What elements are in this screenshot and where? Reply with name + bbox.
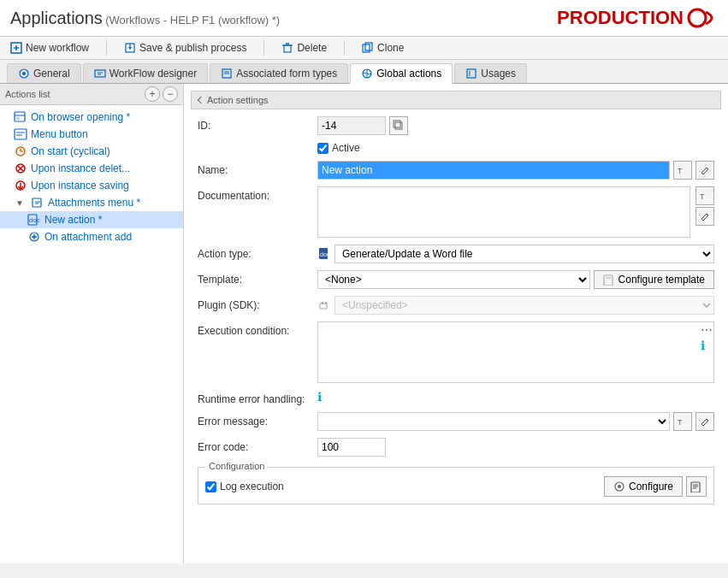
tab-usages[interactable]: Usages [454, 63, 527, 83]
exec-dots-icon[interactable]: ⋯ [701, 323, 713, 337]
svg-rect-57 [604, 275, 613, 286]
svg-text:doc: doc [320, 251, 330, 257]
runtime-error-label: Runtime error handling: [198, 390, 317, 405]
svg-text:T: T [678, 418, 683, 427]
translate-icon: T [678, 165, 688, 175]
documentation-buttons: T [695, 186, 714, 226]
template-label: Template: [198, 270, 317, 286]
tab-global-actions[interactable]: Global actions [350, 63, 453, 84]
tree-item-label: Upon instance saving [31, 180, 129, 192]
attachment-add-icon [27, 230, 41, 244]
toolbar-sep-2 [263, 40, 264, 56]
settings-collapse-icon[interactable] [198, 97, 204, 103]
new-workflow-icon [10, 42, 22, 54]
tree-item-upon-instance-saving[interactable]: Upon instance saving [0, 177, 183, 194]
new-action-icon: doc [27, 213, 41, 227]
tree-item-on-attachment-add[interactable]: On attachment add [0, 228, 183, 245]
error-code-control [317, 438, 714, 457]
action-type-select[interactable]: Generate/Update a Word file [334, 245, 714, 263]
name-input[interactable] [317, 161, 670, 180]
exec-info-icon[interactable]: ℹ [701, 339, 713, 352]
documentation-btn-2[interactable] [695, 207, 714, 226]
svg-rect-29 [15, 129, 27, 139]
remove-action-button[interactable]: − [163, 86, 178, 102]
workflow-tab-icon [94, 68, 106, 80]
actions-panel: Actions list + − On browser opening * [0, 84, 184, 563]
form-types-tab-icon [221, 68, 233, 80]
error-msg-icon-2 [700, 416, 710, 427]
svg-point-13 [22, 72, 26, 75]
app-header: Applications (Workflows - HELP F1 (workf… [0, 0, 728, 37]
general-tab-icon [18, 68, 30, 80]
production-badge: PRODUCTION [557, 5, 718, 31]
id-row: ID: [198, 116, 714, 135]
attachments-icon [31, 196, 44, 209]
tab-general[interactable]: General [7, 63, 81, 83]
log-execution-checkbox[interactable] [205, 481, 216, 492]
menu-button-icon [14, 127, 27, 141]
tabs-bar: General WorkFlow designer Associated for… [0, 60, 728, 84]
configure-extra-btn[interactable] [686, 476, 707, 497]
global-actions-tab-icon [361, 68, 373, 80]
save-publish-button[interactable]: Save & publish process [121, 40, 250, 56]
documentation-textarea[interactable] [317, 186, 690, 238]
name-extra-btn-2[interactable] [695, 161, 714, 180]
active-checkbox[interactable] [317, 143, 328, 154]
tree-item-upon-instance-delet[interactable]: Upon instance delet... [0, 160, 183, 177]
action-type-row: Action type: doc Generate/Update a Word … [198, 245, 714, 263]
documentation-btn-1[interactable]: T [695, 186, 714, 205]
name-extra-btn-1[interactable]: T [673, 161, 692, 180]
svg-rect-61 [325, 302, 327, 304]
error-code-input[interactable] [317, 438, 386, 457]
tree-item-new-action[interactable]: doc New action * [0, 211, 183, 228]
error-message-btn-2[interactable] [695, 412, 714, 431]
toolbar-sep-3 [344, 40, 345, 56]
configure-template-button[interactable]: Configure template [594, 270, 714, 289]
tree-item-on-start[interactable]: On start (cyclical) [0, 143, 183, 160]
plugin-label: Plugin (SDK): [198, 296, 317, 311]
name-label: Name: [198, 161, 317, 176]
active-label-spacer [198, 142, 317, 145]
new-workflow-button[interactable]: New workflow [7, 40, 92, 56]
name-control: T [317, 161, 714, 180]
error-message-btn-1[interactable]: T [673, 412, 692, 431]
execution-condition-row: Execution condition: ⋯ ℹ [198, 321, 714, 383]
id-label: ID: [198, 116, 317, 132]
expand-icon: ▼ [14, 196, 27, 209]
svg-rect-43 [33, 198, 41, 207]
error-msg-icon-1: T [678, 416, 688, 427]
add-action-button[interactable]: + [145, 86, 160, 102]
configure-extra-icon [690, 481, 702, 492]
configure-button[interactable]: Configure [604, 476, 683, 497]
tab-form-types[interactable]: Associated form types [210, 63, 348, 83]
tree-item-label: On browser opening * [31, 111, 130, 123]
plugin-select[interactable]: <Unspecified> [334, 296, 714, 315]
actions-tree: On browser opening * Menu button On star [0, 105, 183, 249]
svg-rect-10 [363, 44, 370, 52]
configuration-title: Configuration [205, 461, 268, 471]
plugin-row: Plugin (SDK): <Unspecified> [198, 296, 714, 315]
svg-rect-60 [322, 302, 323, 304]
delete-button[interactable]: Delete [278, 40, 330, 56]
tab-workflow-designer[interactable]: WorkFlow designer [83, 63, 208, 83]
id-copy-button[interactable] [389, 116, 408, 135]
instance-save-icon [14, 179, 27, 192]
tree-item-label: Upon instance delet... [31, 162, 130, 174]
id-control [317, 116, 714, 135]
documentation-label: Documentation: [198, 186, 317, 202]
clone-button[interactable]: Clone [358, 40, 407, 56]
template-select[interactable]: <None> [317, 270, 590, 289]
id-input[interactable] [317, 116, 386, 135]
tree-item-on-browser-opening[interactable]: On browser opening * [0, 109, 183, 126]
execution-condition-textarea[interactable] [317, 321, 714, 383]
log-execution-label[interactable]: Log execution [205, 481, 284, 492]
error-message-select[interactable] [317, 412, 670, 431]
configure-template-icon [603, 274, 615, 286]
tree-item-menu-button[interactable]: Menu button [0, 126, 183, 143]
active-checkbox-label[interactable]: Active [317, 142, 360, 154]
plugin-control: <Unspecified> [317, 296, 714, 315]
execution-condition-label: Execution condition: [198, 321, 317, 337]
tree-item-attachments-menu[interactable]: ▼ Attachments menu * [0, 194, 183, 211]
svg-text:▼: ▼ [15, 198, 24, 208]
runtime-info-icon[interactable]: ℹ [317, 390, 322, 404]
